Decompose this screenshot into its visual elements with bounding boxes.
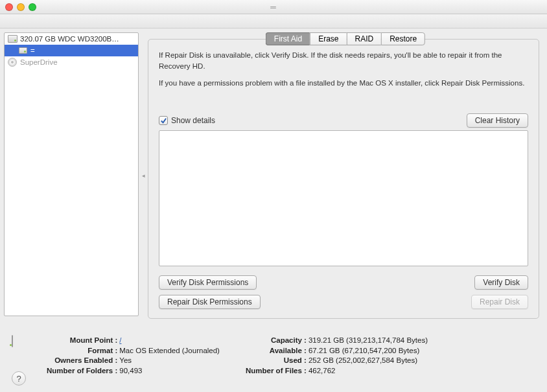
repair-disk-button: Repair Disk xyxy=(471,295,528,309)
folders-value: 90,493 xyxy=(119,366,220,376)
capacity-value: 319.21 GB (319,213,174,784 Bytes) xyxy=(308,336,428,346)
window-toolbar xyxy=(0,14,547,29)
first-aid-panel: If Repair Disk is unavailable, click Ver… xyxy=(148,39,539,319)
instructions-line2: If you have a permissions problem with a… xyxy=(159,78,528,89)
show-details-checkbox[interactable] xyxy=(159,116,168,125)
volume-large-icon xyxy=(12,336,35,362)
folders-label: Number of Folders : xyxy=(47,366,117,376)
internal-disk-icon xyxy=(7,34,17,44)
minimize-window-button[interactable] xyxy=(17,3,25,11)
close-window-button[interactable] xyxy=(5,3,13,11)
sidebar-item-label: SuperDrive xyxy=(20,58,58,66)
help-button[interactable]: ? xyxy=(12,371,26,386)
repair-permissions-button[interactable]: Repair Disk Permissions xyxy=(159,295,261,309)
tab-restore[interactable]: Restore xyxy=(381,32,425,45)
sidebar-item-label: = xyxy=(30,47,35,54)
show-details-label: Show details xyxy=(171,116,215,125)
titlebar-grip-icon: ═ xyxy=(270,3,277,12)
tab-erase[interactable]: Erase xyxy=(310,32,346,45)
verify-permissions-button[interactable]: Verify Disk Permissions xyxy=(159,275,257,290)
available-value: 67.21 GB (67,210,547,200 Bytes) xyxy=(308,346,428,356)
mount-point-label: Mount Point : xyxy=(47,336,117,346)
format-label: Format : xyxy=(47,346,117,356)
files-value: 462,762 xyxy=(308,366,428,376)
sidebar-item-volume[interactable]: = xyxy=(5,45,138,56)
checkmark-icon xyxy=(160,117,167,124)
details-log-textarea[interactable] xyxy=(159,130,528,266)
tab-raid[interactable]: RAID xyxy=(347,32,382,45)
disk-sidebar[interactable]: 320.07 GB WDC WD3200B… = SuperDrive xyxy=(4,32,139,316)
help-icon: ? xyxy=(16,374,21,384)
owners-label: Owners Enabled : xyxy=(47,356,117,366)
zoom-window-button[interactable] xyxy=(29,3,36,11)
sidebar-item-superdrive[interactable]: SuperDrive xyxy=(5,56,138,68)
format-value: Mac OS Extended (Journaled) xyxy=(119,346,220,356)
available-label: Available : xyxy=(246,346,307,356)
used-value: 252 GB (252,002,627,584 Bytes) xyxy=(308,356,428,366)
owners-value: Yes xyxy=(119,356,220,366)
capacity-label: Capacity : xyxy=(246,336,307,346)
disk-info-section: Mount Point : Format : Owners Enabled : … xyxy=(0,319,547,376)
tab-bar: First Aid Erase RAID Restore xyxy=(266,32,425,45)
sidebar-resize-handle[interactable]: ◂ xyxy=(140,32,146,319)
sidebar-item-label: 320.07 GB WDC WD3200B… xyxy=(20,35,119,43)
verify-disk-button[interactable]: Verify Disk xyxy=(474,275,528,290)
files-label: Number of Files : xyxy=(246,366,307,376)
optical-drive-icon xyxy=(7,57,17,67)
instructions-text: If Repair Disk is unavailable, click Ver… xyxy=(159,50,528,95)
window-titlebar: ═ xyxy=(0,0,547,14)
mount-point-link[interactable]: / xyxy=(119,336,121,344)
instructions-line1: If Repair Disk is unavailable, click Ver… xyxy=(159,50,528,71)
used-label: Used : xyxy=(246,356,307,366)
tab-first-aid[interactable]: First Aid xyxy=(266,32,310,45)
sidebar-item-disk[interactable]: 320.07 GB WDC WD3200B… xyxy=(5,33,138,45)
clear-history-button[interactable]: Clear History xyxy=(467,113,528,128)
volume-icon xyxy=(17,45,28,56)
